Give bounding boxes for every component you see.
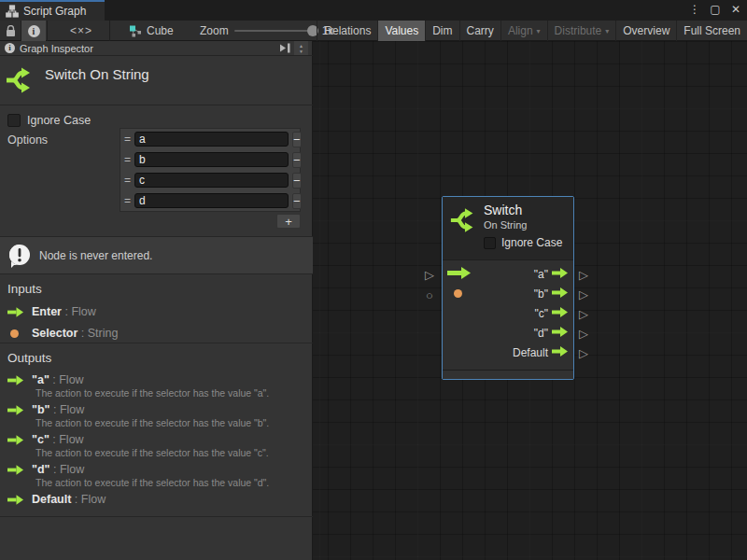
relations-button[interactable]: Relations (317, 21, 377, 41)
outputs-section: Outputs "a" : Flow The action to execute… (7, 351, 312, 511)
output-description: The action to execute if the selector ha… (35, 387, 312, 399)
selector-port-icon[interactable] (454, 289, 462, 298)
node-title: Switch (484, 203, 522, 217)
enter-port-marker[interactable]: ▷ (425, 269, 434, 281)
output-port-icon[interactable] (552, 307, 569, 320)
tab-script-graph[interactable]: Script Graph (0, 0, 105, 21)
options-list: = − = − = − = − (120, 128, 301, 212)
outputs-header: Outputs (7, 351, 312, 365)
graph-inspector-panel: i Graph Inspector ▲ ▼ (0, 41, 313, 560)
options-label: Options (7, 133, 48, 147)
output-port-marker[interactable]: ▷ (579, 328, 588, 340)
window-controls: ⋮ ▢ ✕ (687, 0, 743, 19)
option-input[interactable] (134, 173, 289, 188)
remove-option-button[interactable]: − (292, 152, 302, 168)
port-row: "c" (443, 303, 573, 323)
drag-handle-icon[interactable]: = (124, 174, 131, 187)
drag-handle-icon[interactable]: = (124, 133, 131, 146)
toolbar-separator (109, 21, 110, 41)
port-row: "d" (443, 323, 573, 343)
output-port-icon[interactable] (552, 327, 569, 340)
node-subtitle: On String (484, 219, 527, 231)
output-item: "d" : Flow The action to execute if the … (7, 463, 312, 488)
lock-button[interactable] (0, 21, 21, 41)
unit-title-block: Switch On String (0, 57, 313, 105)
enter-port-icon[interactable] (447, 267, 472, 282)
option-input[interactable] (134, 132, 289, 147)
info-icon: i (5, 43, 15, 53)
node-ignore-case-checkbox[interactable] (484, 237, 496, 249)
output-description: The action to execute if the selector ha… (35, 447, 312, 458)
dock-panel-icon[interactable] (279, 43, 291, 53)
output-port-icon[interactable] (552, 268, 569, 281)
switch-on-string-icon (6, 64, 35, 99)
flow-arrow-icon (7, 375, 24, 385)
values-button[interactable]: Values (377, 21, 425, 41)
fullscreen-button[interactable]: Full Screen (676, 21, 747, 41)
drag-handle-icon[interactable]: = (124, 194, 131, 207)
remove-option-button[interactable]: − (292, 173, 302, 189)
carry-button[interactable]: Carry (459, 21, 500, 41)
window-tab-bar: Script Graph ⋮ ▢ ✕ (0, 0, 747, 21)
input-row-enter: Enter : Flow (7, 305, 306, 318)
drag-handle-icon[interactable]: = (124, 153, 131, 166)
graph-inspector-title: Graph Inspector (20, 43, 93, 54)
port-label: "d" (534, 327, 548, 340)
ignore-case-label: Ignore Case (27, 114, 91, 127)
warning-bubble-icon (7, 244, 32, 268)
ignore-case-checkbox[interactable] (7, 114, 21, 127)
inputs-section: Inputs Enter : Flow Selector : String (7, 282, 306, 348)
option-input[interactable] (134, 152, 289, 167)
node-header[interactable]: Switch On String Ignore Case (443, 197, 573, 260)
distribute-dropdown[interactable]: Distribute▾ (547, 21, 616, 41)
unit-title: Switch On String (45, 66, 149, 82)
selector-port-marker[interactable]: ○ (426, 289, 433, 301)
output-port-marker[interactable]: ▷ (579, 347, 588, 359)
port-label: "b" (534, 287, 548, 301)
section-divider (0, 343, 313, 343)
remove-option-button[interactable]: − (292, 132, 302, 147)
section-divider (0, 516, 313, 517)
output-port-marker[interactable]: ▷ (579, 288, 588, 301)
output-port-marker[interactable]: ▷ (579, 308, 588, 320)
window-menu-kebab-icon[interactable]: ⋮ (687, 1, 702, 18)
output-port-marker[interactable]: ▷ (579, 269, 588, 281)
node-ignore-case-label: Ignore Case (501, 236, 562, 249)
window-close-icon[interactable]: ✕ (728, 1, 743, 18)
overview-button[interactable]: Overview (615, 21, 676, 41)
code-icon: <×> (70, 24, 92, 37)
lock-icon (6, 25, 16, 37)
graph-canvas[interactable]: ▷ ○ ▷ ▷ ▷ ▷ ▷ Switch On String Ignore (313, 41, 747, 560)
spinner-down-icon[interactable]: ▼ (299, 49, 303, 54)
zoom-label: Zoom (200, 24, 229, 37)
zoom-slider[interactable] (234, 30, 317, 32)
output-port-icon[interactable] (552, 346, 569, 359)
graph-owner-label: Cube (147, 24, 174, 37)
output-port-icon[interactable] (552, 287, 569, 301)
script-graph-icon (6, 5, 19, 18)
option-input[interactable] (134, 193, 289, 208)
node-footer (443, 370, 573, 379)
remove-option-button[interactable]: − (292, 193, 302, 209)
panel-scroll-spinner[interactable]: ▲ ▼ (294, 41, 308, 55)
csharp-preview-button[interactable]: <×> (54, 21, 108, 41)
inspector-toggle-button[interactable]: i (21, 21, 46, 41)
graph-owner-breadcrumb[interactable]: Cube (129, 21, 174, 41)
switch-on-string-node[interactable]: Switch On String Ignore Case "a" "b" (442, 196, 574, 380)
flow-arrow-icon (7, 405, 24, 415)
dim-button[interactable]: Dim (425, 21, 458, 41)
add-option-button[interactable]: + (276, 214, 301, 229)
port-row: "a" (443, 264, 573, 284)
window-maximize-icon[interactable]: ▢ (708, 1, 723, 18)
zoom-control: Zoom 1x (200, 21, 333, 41)
port-label: Default (513, 346, 548, 359)
switch-on-string-icon (450, 205, 478, 238)
output-item: "a" : Flow The action to execute if the … (7, 373, 312, 399)
output-item: "c" : Flow The action to execute if the … (7, 433, 312, 458)
warning-text: Node is never entered. (39, 249, 152, 262)
info-icon: i (28, 25, 40, 37)
port-label: "c" (534, 307, 548, 320)
option-row: = − (120, 190, 300, 211)
tab-label: Script Graph (23, 5, 86, 18)
align-dropdown[interactable]: Align▾ (500, 21, 547, 41)
